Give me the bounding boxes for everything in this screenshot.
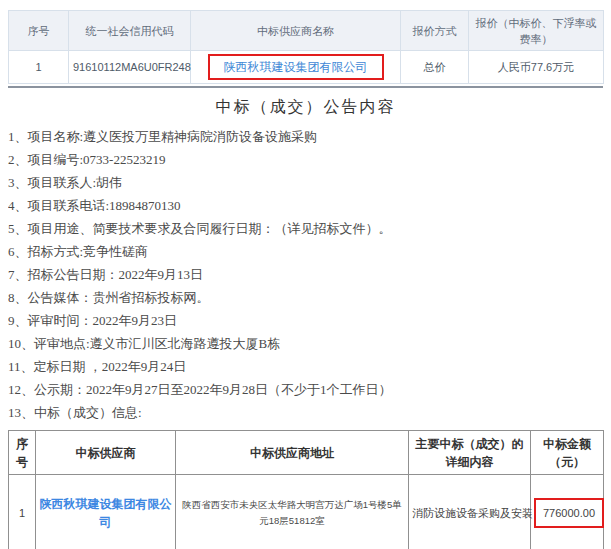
item-project-name: 1、项目名称:遵义医投万里精神病院消防设备设施采购 — [8, 125, 603, 148]
item-award-info-label: 13、中标（成交）信息: — [8, 401, 603, 424]
bid-summary-table: 序号 统一社会信用代码 中标供应商名称 报价方式 报价（中标价、下浮率或费率） … — [8, 10, 604, 84]
cell-quote-method: 总价 — [401, 51, 469, 84]
page-title: 中标（成交）公告内容 — [8, 97, 603, 118]
item-contact-phone: 4、项目联系电话:18984870130 — [8, 194, 603, 217]
cell-supplier-name: 陕西秋琪建设集团有限公司 — [191, 51, 401, 84]
announcement-page: 序号 统一社会信用代码 中标供应商名称 报价方式 报价（中标价、下浮率或费率） … — [0, 0, 611, 549]
col-header-supplier: 中标供应商 — [36, 431, 176, 475]
award-amount-highlight: 776000.00 — [534, 498, 604, 528]
award-detail-table: 序号 中标供应商 中标供应商地址 主要中标（成交）的详细内容 中标金额（元） 1… — [8, 430, 604, 549]
summary-header-row: 序号 统一社会信用代码 中标供应商名称 报价方式 报价（中标价、下浮率或费率） — [9, 11, 604, 51]
summary-data-row: 1 91610112MA6U0FR248 陕西秋琪建设集团有限公司 总价 人民币… — [9, 51, 604, 84]
item-review-time: 9、评审时间：2022年9月23日 — [8, 309, 603, 332]
cell-index: 1 — [9, 51, 69, 84]
item-announce-date: 7、招标公告日期：2022年9月13日 — [8, 263, 603, 286]
item-contact-person: 3、项目联系人:胡伟 — [8, 171, 603, 194]
detail-data-row: 1 陕西秋琪建设集团有限公司 陕西省西安市未央区太华路大明宫万达广场1号楼5单元… — [9, 475, 604, 549]
col-header-index: 序号 — [9, 431, 36, 475]
item-award-date: 11、定标日期 ，2022年9月24日 — [8, 355, 603, 378]
col-header-quote-method: 报价方式 — [401, 11, 469, 51]
col-header-supplier-name: 中标供应商名称 — [191, 11, 401, 51]
cell-quote-price: 人民币77.6万元 — [469, 51, 604, 84]
item-publicity-period: 12、公示期：2022年9月27日至2022年9月28日（不少于1个工作日） — [8, 378, 603, 401]
item-announce-media: 8、公告媒体：贵州省招标投标网。 — [8, 286, 603, 309]
item-project-usage: 5、项目用途、简要技术要求及合同履行日期：（详见招标文件）。 — [8, 217, 603, 240]
col-header-quote-price: 报价（中标价、下浮率或费率） — [469, 11, 604, 51]
cell-credit-code: 91610112MA6U0FR248 — [69, 51, 191, 84]
col-header-supplier-address: 中标供应商地址 — [176, 431, 409, 475]
cell-supplier-address: 陕西省西安市未央区太华路大明宫万达广场1号楼5单元18层51812室 — [176, 475, 409, 549]
supplier-link[interactable]: 陕西秋琪建设集团有限公司 — [39, 495, 172, 531]
col-header-credit-code: 统一社会信用代码 — [69, 11, 191, 51]
cell-index: 1 — [9, 475, 36, 549]
section-divider — [8, 86, 603, 88]
item-project-number: 2、项目编号:0733-22523219 — [8, 148, 603, 171]
detail-header-row: 序号 中标供应商 中标供应商地址 主要中标（成交）的详细内容 中标金额（元） — [9, 431, 604, 475]
col-header-index: 序号 — [9, 11, 69, 51]
col-header-award-amount: 中标金额（元） — [531, 431, 604, 475]
cell-award-content: 消防设施设备采购及安装 — [409, 475, 531, 549]
supplier-link[interactable]: 陕西秋琪建设集团有限公司 — [208, 54, 384, 80]
cell-supplier: 陕西秋琪建设集团有限公司 — [36, 475, 176, 549]
cell-award-amount: 776000.00 — [531, 475, 604, 549]
item-review-place: 10、评审地点:遵义市汇川区北海路遵投大厦B栋 — [8, 332, 603, 355]
item-bid-method: 6、招标方式:竞争性磋商 — [8, 240, 603, 263]
announcement-items: 1、项目名称:遵义医投万里精神病院消防设备设施采购 2、项目编号:0733-22… — [8, 125, 603, 424]
col-header-award-content: 主要中标（成交）的详细内容 — [409, 431, 531, 475]
